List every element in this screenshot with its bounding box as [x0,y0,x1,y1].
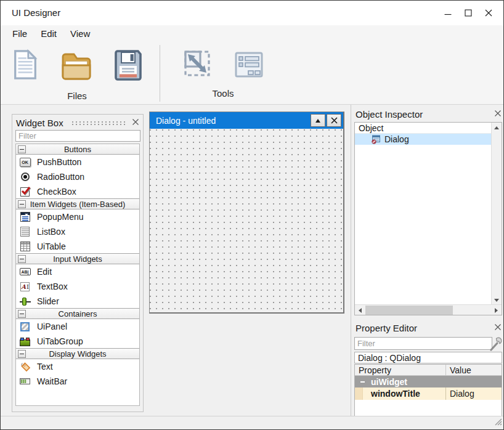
minimize-button[interactable] [437,5,458,21]
widget-item-text[interactable]: Text [16,359,139,374]
tree-row-dialog[interactable]: Dialog [355,134,502,145]
chevron-up-icon [494,126,499,129]
design-dialog-titlebar[interactable]: Dialog - untitled [150,112,343,129]
menu-view[interactable]: View [63,27,97,40]
close-icon [495,110,501,116]
app-window: UI Designer File Edit View [0,0,504,430]
edit-icon: AB| [20,268,31,275]
resize-tool-button[interactable] [171,48,223,81]
widget-box-list: Buttons OK PushButton RadioButton [15,144,140,406]
toolbar-group-label-tools: Tools [212,88,234,99]
popupmenu-icon [20,212,30,222]
vertical-scrollbar[interactable] [491,123,502,306]
scroll-right-button[interactable] [491,305,502,315]
maximize-button[interactable] [458,5,478,21]
property-editor-close-button[interactable] [493,322,503,332]
dock-drag-handle[interactable] [71,121,125,126]
category-header-display-widgets[interactable]: Display Widgets [15,348,140,359]
dialog-collapse-button[interactable] [311,114,325,127]
chevron-left-icon [359,308,362,313]
widget-item-slider[interactable]: Slider [16,294,139,309]
collapse-icon[interactable] [18,255,26,263]
wrench-icon [489,336,503,352]
category-header-input-widgets[interactable]: Input Widgets [15,253,140,264]
widget-item-uitable[interactable]: UiTable [16,239,139,254]
dialog-close-button[interactable] [327,114,341,127]
titlebar: UI Designer [1,1,503,25]
save-button[interactable] [103,49,153,84]
collapse-icon[interactable] [18,200,26,208]
widget-box-header: Widget Box [12,115,143,130]
resize-grip-icon [494,417,502,426]
dialog-widget-icon [371,134,381,144]
row-gutter [355,387,363,400]
configure-wrench-button[interactable] [489,336,503,352]
menu-file[interactable]: File [6,27,34,40]
scroll-up-button[interactable] [491,123,502,133]
close-icon [495,324,501,330]
category-header-item-widgets[interactable]: Item Widgets (Item-Based) [15,198,140,209]
widget-item-radiobutton[interactable]: RadioButton [16,169,139,184]
resize-grip[interactable] [494,417,502,428]
resize-tool-icon [182,48,213,79]
widget-item-listbox[interactable]: ListBox [16,224,139,239]
widget-item-checkbox[interactable]: CheckBox [16,184,139,199]
toolbar-group-files: Files [1,41,153,104]
widget-item-pushbutton[interactable]: OK PushButton [16,155,139,169]
property-value[interactable]: Dialog [446,387,502,400]
listbox-icon [20,227,30,237]
widget-item-uitabgroup[interactable]: UiTabGroup [16,334,139,349]
window-controls [437,5,498,21]
column-property[interactable]: Property [355,365,446,375]
menubar: File Edit View [1,25,503,41]
design-dialog-title: Dialog - untitled [156,116,216,126]
property-name[interactable]: windowTitle [363,387,446,400]
widget-box-close-button[interactable] [131,117,140,127]
horizontal-scrollbar[interactable] [355,304,502,315]
collapse-minus-icon [360,381,365,383]
new-file-icon [11,48,39,81]
maximize-icon [465,9,472,17]
column-value[interactable]: Value [446,365,502,375]
open-file-button[interactable] [50,52,103,84]
widget-item-textbox[interactable]: AI TextBox [16,279,139,294]
radiobutton-icon [21,172,30,181]
object-inspector-tree: Object Dialog [354,122,502,315]
text-tag-icon [20,361,31,372]
scrollbar-thumb[interactable] [365,306,453,315]
scroll-left-button[interactable] [355,305,365,315]
widget-item-uipanel[interactable]: UiPanel [16,319,139,334]
category-header-containers[interactable]: Containers [15,308,140,319]
chevron-up-icon [315,119,320,123]
collapse-icon[interactable] [18,350,26,358]
textbox-icon: AI [20,282,30,291]
tree-column-header[interactable]: Object [355,123,502,134]
dock-separator[interactable] [351,105,351,416]
design-canvas[interactable] [150,129,343,312]
menu-edit[interactable]: Edit [34,27,63,40]
widget-box-panel: Widget Box Buttons OK PushButton [12,114,144,412]
widget-item-waitbar[interactable]: WaitBar [16,374,139,389]
property-filter-input[interactable] [354,337,492,350]
property-group-uiwidget[interactable]: uiWidget [355,376,502,387]
open-folder-icon [60,52,92,81]
slider-icon [20,297,31,306]
chevron-down-icon [494,299,499,302]
design-dialog-window: Dialog - untitled [149,112,344,314]
new-file-button[interactable] [1,48,50,84]
widget-box-title: Widget Box [16,118,63,128]
widget-box-filter-input[interactable] [15,130,140,142]
uipanel-icon [20,322,30,331]
category-header-buttons[interactable]: Buttons [15,144,140,155]
close-icon [331,117,338,124]
collapse-icon[interactable] [18,310,26,318]
object-inspector-close-button[interactable] [493,108,503,118]
close-button[interactable] [478,5,498,21]
collapse-icon[interactable] [18,145,26,153]
widget-item-popupmenu[interactable]: PopupMenu [16,209,139,224]
close-icon [485,9,492,17]
widget-item-edit[interactable]: AB| Edit [16,264,139,279]
save-icon [113,49,143,81]
form-widgets-button[interactable] [223,51,275,81]
pushbutton-icon: OK [20,158,31,167]
